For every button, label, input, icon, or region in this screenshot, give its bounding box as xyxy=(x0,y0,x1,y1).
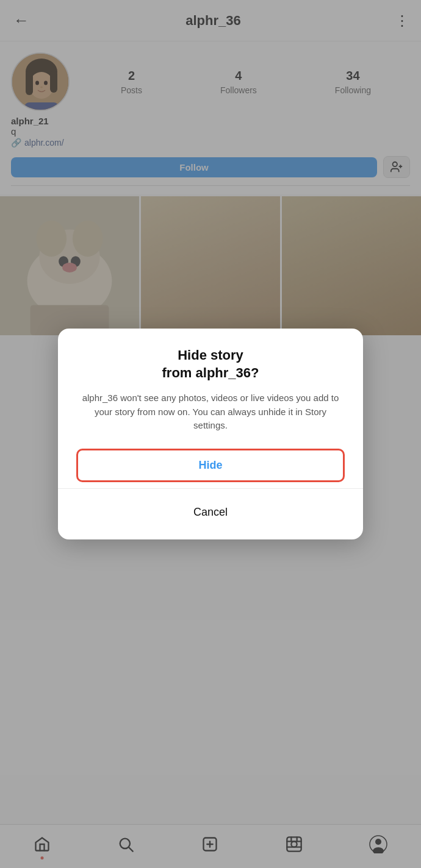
modal-title: Hide storyfrom alphr_36? xyxy=(76,347,345,382)
modal-backdrop: Hide storyfrom alphr_36? alphr_36 won't … xyxy=(0,0,421,868)
hide-story-modal: Hide storyfrom alphr_36? alphr_36 won't … xyxy=(58,329,363,539)
hide-button[interactable]: Hide xyxy=(76,449,345,482)
modal-body: alphr_36 won't see any photos, videos or… xyxy=(76,391,345,433)
cancel-button[interactable]: Cancel xyxy=(76,497,345,527)
